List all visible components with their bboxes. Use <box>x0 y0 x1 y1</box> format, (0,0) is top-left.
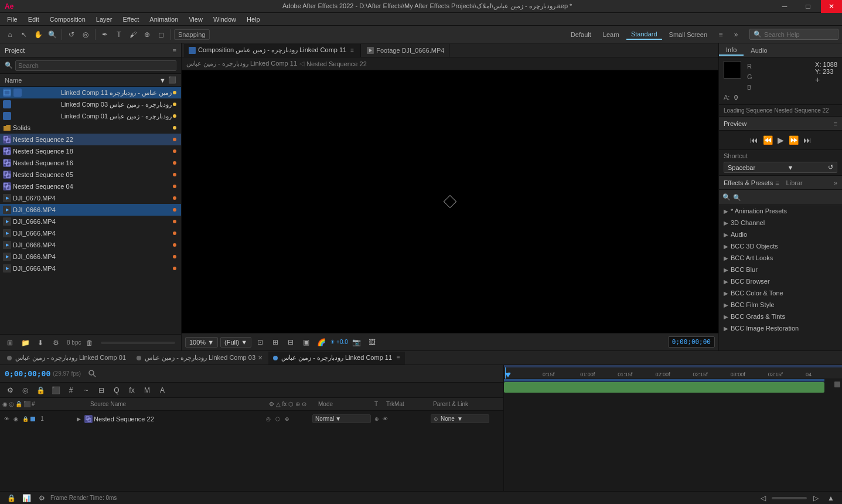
import-icon[interactable]: ⬇ <box>34 336 47 349</box>
effects-menu-icon[interactable]: ≡ <box>775 179 779 186</box>
minimize-button[interactable]: ─ <box>774 0 795 13</box>
project-item-dji0666-4[interactable]: DJI_0666.MP4 <box>0 239 181 251</box>
project-item-ns18[interactable]: Nested Sequence 18 <box>0 145 181 157</box>
preview-menu-icon[interactable]: ≡ <box>834 120 837 127</box>
tl-shy-btn[interactable]: ~ <box>80 384 93 397</box>
project-item-ns16[interactable]: Nested Sequence 16 <box>0 157 181 169</box>
snapping-toggle[interactable]: Snapping <box>174 29 210 40</box>
tl-bottom-settings-icon[interactable]: ⚙ <box>35 492 48 505</box>
new-comp-icon[interactable]: ⊞ <box>4 336 16 349</box>
effect-item-bcc-blur[interactable]: ▶ BCC Blur <box>719 264 842 275</box>
project-item-dji0666-2[interactable]: DJI_0666.MP4 <box>0 216 181 227</box>
play-btn[interactable]: ▶ <box>778 135 784 145</box>
project-item-dji0666-6[interactable]: DJI_0666.MP4 <box>0 263 181 274</box>
col-sort-icon[interactable]: ▼ <box>159 77 166 84</box>
pen-tool[interactable]: ✒ <box>98 28 111 41</box>
plus-button[interactable]: + <box>815 75 837 84</box>
tl-layer-row-1[interactable]: 👁 ◉ 🔒 1 ▶ Nested Sequence 22 <box>0 411 503 427</box>
skip-to-start-btn[interactable]: ⏮ <box>750 135 758 145</box>
parent-dropdown-1[interactable]: ⊙ None ▼ <box>431 414 489 423</box>
workspace-default[interactable]: Default <box>566 30 596 39</box>
tl-preserve-transparency-1[interactable]: ⊕ <box>372 416 381 422</box>
breadcrumb-item-1[interactable]: رودبارچره - زمین عباس Linked Comp 11 <box>186 60 297 67</box>
tl-tab-menu-comp11[interactable]: ≡ <box>397 355 400 361</box>
maximize-button[interactable]: □ <box>797 0 819 13</box>
mode-dropdown-1[interactable]: Normal ▼ <box>312 414 371 423</box>
project-item-comp01[interactable]: رودبارچره - زمین عباس Linked Comp 01 <box>0 110 181 122</box>
effect-item-bcc-artlooks[interactable]: ▶ BCC Art Looks <box>719 252 842 264</box>
project-item-dji0666-3[interactable]: DJI_0666.MP4 <box>0 227 181 239</box>
effect-item-bcc3d[interactable]: ▶ BCC 3D Objects <box>719 240 842 252</box>
tl-num-btn[interactable]: # <box>64 384 77 397</box>
step-back-btn[interactable]: ⏪ <box>763 135 773 145</box>
menu-help[interactable]: Help <box>242 15 265 24</box>
composition-viewer[interactable] <box>182 70 718 333</box>
delete-icon[interactable]: 🗑 <box>83 336 96 349</box>
time-display[interactable]: 0;00;00;00 <box>668 336 715 348</box>
zoom-tool[interactable]: 🔍 <box>46 28 59 41</box>
menu-edit[interactable]: Edit <box>23 15 44 24</box>
effect-item-bcc-image[interactable]: ▶ BCC Image Restoration <box>719 322 842 334</box>
safe-zones-btn[interactable]: ⊞ <box>269 336 282 349</box>
home-button[interactable]: ⌂ <box>4 28 16 41</box>
tl-lock-icon-1[interactable]: 🔒 <box>21 415 29 423</box>
region-btn[interactable]: ▣ <box>299 336 312 349</box>
close-button[interactable]: ✕ <box>821 0 842 13</box>
project-item-comp11[interactable]: زمین عباس - رودبارچره Linked Comp 11 <box>0 87 181 98</box>
eraser-tool[interactable]: ◻ <box>155 28 168 41</box>
project-item-ns05[interactable]: Nested Sequence 05 <box>0 169 181 181</box>
select-tool[interactable]: ↖ <box>18 28 30 41</box>
menu-effect[interactable]: Effect <box>118 15 144 24</box>
shortcut-reset-icon[interactable]: ↺ <box>828 164 833 171</box>
tl-bar-layer-1[interactable] <box>504 382 824 393</box>
comp-tab-menu[interactable]: ≡ <box>349 47 356 54</box>
tl-solo-icon-1[interactable]: ◉ <box>12 415 20 423</box>
comp-tab-linked11[interactable]: Composition رودبارچره - زمین عباس Linked… <box>184 44 361 57</box>
project-item-dji0666-5[interactable]: DJI_0666.MP4 <box>0 251 181 263</box>
tl-switch-collapse-1[interactable]: ⬡ <box>274 415 282 423</box>
effect-item-animation-presets[interactable]: ▶ * Animation Presets <box>719 205 842 217</box>
show-snapshot-btn[interactable]: 🖼 <box>366 336 379 349</box>
timeline-ruler[interactable]: 0f 0:15f 01:00f 01:15f 02:00f 02:15f 03:… <box>504 365 842 379</box>
tl-mountain-icon[interactable]: ▲ <box>824 492 837 505</box>
tl-expand-1[interactable]: ▶ <box>74 416 83 422</box>
snapshot-btn[interactable]: 📷 <box>350 336 363 349</box>
tl-adjust-btn[interactable]: A <box>156 384 169 397</box>
menu-file[interactable]: File <box>2 15 22 24</box>
tl-solo-btn[interactable]: ◎ <box>19 384 32 397</box>
menu-window[interactable]: Window <box>209 15 241 24</box>
quality-dropdown[interactable]: (Full) ▼ <box>220 337 251 348</box>
effects-search-input[interactable] <box>733 194 838 201</box>
workspace-learn[interactable]: Learn <box>598 30 624 39</box>
tab-info[interactable]: Info <box>719 45 744 56</box>
project-item-dji0666-1[interactable]: DJI_0666.MP4 <box>0 204 181 216</box>
effect-item-3d-channel[interactable]: ▶ 3D Channel <box>719 217 842 229</box>
project-item-solids[interactable]: Solids <box>0 122 181 134</box>
menu-layer[interactable]: Layer <box>91 15 117 24</box>
new-folder-icon[interactable]: 📁 <box>19 336 32 349</box>
tl-switch-mask-1[interactable]: ⊕ <box>283 415 291 423</box>
fit-comp-btn[interactable]: ⊡ <box>254 336 267 349</box>
workspace-smallscreen[interactable]: Small Screen <box>664 30 712 39</box>
step-fwd-btn[interactable]: ⏩ <box>789 135 799 145</box>
timeline-search-btn[interactable] <box>88 369 96 379</box>
effect-item-bcc-color[interactable]: ▶ BCC Color & Tone <box>719 287 842 299</box>
tab-audio[interactable]: Audio <box>744 46 774 55</box>
project-item-comp03[interactable]: رودبارچره - زمین عباس Linked Comp 03 <box>0 98 181 110</box>
project-item-ns22[interactable]: Nested Sequence 22 <box>0 134 181 145</box>
tl-zoom-out-icon[interactable]: ◁ <box>756 492 769 505</box>
grid-btn[interactable]: ⊟ <box>284 336 297 349</box>
shortcut-dropdown[interactable]: Spacebar ▼ ↺ <box>724 162 837 173</box>
tl-tab-comp01[interactable]: رودبارچره - زمین عباس Linked Comp 01 <box>2 352 131 365</box>
effect-item-bcc-grads[interactable]: ▶ BCC Grads & Tints <box>719 311 842 322</box>
workspace-menu[interactable]: ≡ <box>714 28 727 41</box>
tl-tab-close-comp03[interactable]: ✕ <box>258 355 263 361</box>
tl-bottom-graph-icon[interactable]: 📊 <box>20 492 33 505</box>
menu-composition[interactable]: Composition <box>45 15 90 24</box>
tl-tab-comp03[interactable]: رودبارچره - زمین عباس Linked Comp 03 ✕ <box>132 352 267 365</box>
effects-more[interactable]: » <box>834 179 837 186</box>
search-box[interactable]: 🔍 <box>749 29 838 40</box>
type-tool[interactable]: T <box>113 28 125 41</box>
menu-view[interactable]: View <box>184 15 207 24</box>
tl-collapse-btn[interactable]: ⊟ <box>95 384 108 397</box>
